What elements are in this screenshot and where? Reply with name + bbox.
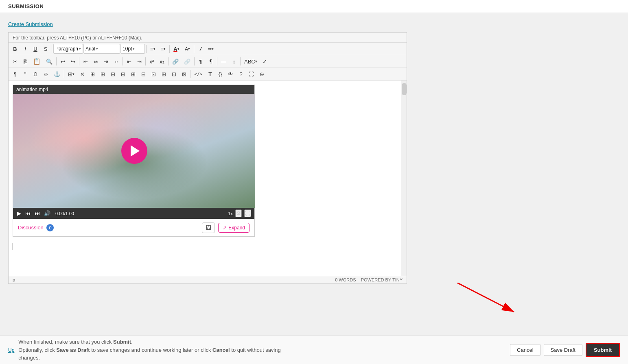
special-char-button[interactable]: Ω — [31, 69, 40, 79]
video-time: 0:00/1:00 — [55, 211, 74, 216]
col-after-button[interactable]: ⊞ — [98, 69, 107, 79]
breadcrumb-link[interactable]: Create Submission — [8, 21, 53, 27]
up-link[interactable]: Up — [8, 347, 14, 353]
font-dropdown[interactable]: Arial ▾ — [83, 44, 120, 54]
editor-scrollbar[interactable] — [401, 81, 407, 276]
show-blocks-button[interactable]: ¶ — [196, 57, 206, 66]
col-before-button[interactable]: ⊞ — [88, 69, 97, 79]
toolbar-row-1: B I U S Paragraph ▾ Arial ▾ 10pt ▾ — [9, 43, 407, 55]
blockquote-button[interactable]: " — [20, 69, 30, 79]
page-header: SUBMISSION — [0, 0, 628, 13]
find-button[interactable]: 🔍 — [44, 57, 55, 66]
row-below-button[interactable]: ⊞ — [128, 69, 138, 79]
video-embed: animation.mp4 ▶ ⏮ ⏭ 🔊 0:00/1:00 1x ⚙ ⛶ — [13, 85, 255, 237]
separator-1 — [52, 45, 52, 53]
discussion-expand-btn[interactable]: ↗ Expand — [218, 223, 249, 233]
link-button[interactable]: 🔗 — [170, 57, 181, 66]
discussion-count-badge: 0 — [46, 224, 54, 231]
maximize-button[interactable]: ⛶ — [246, 69, 256, 79]
editor-paragraph-tag: p — [13, 277, 15, 282]
video-play-ctrl[interactable]: ▶ — [16, 209, 22, 217]
row-above-button[interactable]: ⊞ — [118, 69, 128, 79]
editor-word-count: 0 WORDS — [335, 277, 356, 282]
align-center-button[interactable]: ⇍ — [91, 57, 101, 66]
hr-button[interactable]: — — [219, 57, 229, 66]
italic-button[interactable]: I — [20, 44, 30, 54]
del-cell-button[interactable]: ⊠ — [179, 69, 189, 79]
separator-9 — [168, 57, 168, 65]
video-forward-ctrl[interactable]: ⏭ — [34, 209, 41, 217]
emoji-button[interactable]: ☺ — [41, 69, 51, 79]
indent-right-button[interactable]: ⇥ — [134, 57, 144, 66]
cut-button[interactable]: ✂ — [10, 57, 20, 66]
bold-button[interactable]: B — [10, 44, 20, 54]
format-block-button[interactable]: T — [205, 69, 215, 79]
play-button[interactable] — [121, 138, 147, 164]
size-dropdown[interactable]: 10pt ▾ — [120, 44, 145, 54]
del-row-button[interactable]: ⊟ — [138, 69, 148, 79]
toolbar-row-2: ✂ ⎘ 📋 🔍 ↩ ↪ ⇤ ⇍ ⇥ ↔ ⇤ ⇥ x² x₂ 🔗 — [9, 55, 407, 68]
pagebreak-button[interactable]: ↕ — [229, 57, 239, 66]
discussion-link[interactable]: Discussion — [18, 225, 44, 231]
submit-button[interactable]: Submit — [586, 344, 619, 356]
undo-button[interactable]: ↩ — [58, 57, 68, 66]
scrollbar-thumb[interactable] — [402, 83, 407, 95]
separator-8 — [145, 57, 146, 65]
video-fullscreen-ctrl[interactable]: ⛶ — [244, 209, 251, 217]
instruction-mid: to save changes and continue working lat… — [90, 347, 212, 353]
redo-button[interactable]: ↪ — [68, 57, 78, 66]
unlink-button[interactable]: 🔗 — [182, 57, 193, 66]
separator-13 — [64, 70, 64, 78]
pilcrow-button[interactable]: ¶ — [10, 69, 20, 79]
copy-button[interactable]: ⎘ — [20, 57, 30, 66]
editor-container: For the toolbar, press ALT+F10 (PC) or A… — [8, 32, 407, 284]
subscript-button[interactable]: x₂ — [157, 57, 167, 66]
del-table-button[interactable]: ✕ — [77, 69, 87, 79]
video-filename: animation.mp4 — [13, 85, 254, 94]
superscript-button[interactable]: x² — [147, 57, 157, 66]
help-button[interactable]: ? — [236, 69, 246, 79]
clear-format-button[interactable]: 𝐼 — [195, 44, 205, 54]
text-cursor — [13, 243, 13, 250]
source-button[interactable]: </> — [192, 69, 205, 79]
unordered-list-button[interactable]: ≡▾ — [148, 44, 158, 54]
main-content: Create Submission For the toolbar, press… — [0, 13, 415, 292]
separator-7 — [123, 57, 123, 65]
indent-left-button[interactable]: ⇤ — [124, 57, 134, 66]
video-speed: 1x — [228, 211, 233, 216]
paragraph-dropdown[interactable]: Paragraph ▾ — [53, 44, 83, 54]
underline-button[interactable]: U — [31, 44, 40, 54]
ordered-list-button[interactable]: ≡▾ — [158, 44, 168, 54]
cell-split-h-button[interactable]: ⊞ — [159, 69, 168, 79]
highlight-button[interactable]: A ▾ — [182, 44, 193, 54]
discussion-image-btn[interactable]: 🖼 — [202, 222, 215, 233]
separator-4 — [194, 45, 194, 53]
align-right-button[interactable]: ⇥ — [101, 57, 111, 66]
separator-3 — [169, 45, 170, 53]
del-col-button[interactable]: ⊟ — [108, 69, 118, 79]
spell-button[interactable]: ABC▾ — [242, 57, 260, 66]
strikethrough-button[interactable]: S — [41, 44, 50, 54]
font-color-button[interactable]: A ▾ — [171, 44, 182, 54]
preview-button[interactable]: 👁 — [225, 69, 236, 79]
anchor-button[interactable]: ⚓ — [51, 69, 63, 79]
cell-split-v-button[interactable]: ⊡ — [169, 69, 179, 79]
add-button[interactable]: ⊕ — [257, 69, 267, 79]
editor-body[interactable]: animation.mp4 ▶ ⏮ ⏭ 🔊 0:00/1:00 1x ⚙ ⛶ — [9, 81, 401, 276]
cancel-button[interactable]: Cancel — [510, 344, 540, 356]
more-button[interactable]: ••• — [206, 44, 216, 54]
check-spelling-button[interactable]: ✓ — [260, 57, 270, 66]
instruction-save-bold: Save as Draft — [56, 347, 90, 353]
video-volume-ctrl[interactable]: 🔊 — [43, 209, 51, 217]
template-button[interactable]: {} — [215, 69, 225, 79]
video-settings-ctrl[interactable]: ⚙ — [235, 209, 242, 217]
save-draft-button[interactable]: Save Draft — [544, 344, 582, 356]
paste-button[interactable]: 📋 — [31, 57, 43, 66]
align-justify-button[interactable]: ↔ — [111, 57, 121, 66]
separator-12 — [240, 57, 241, 65]
table-button[interactable]: ⊞▾ — [66, 69, 77, 79]
cell-merge-button[interactable]: ⊡ — [149, 69, 158, 79]
show-chars-button[interactable]: ¶̈ — [206, 57, 216, 66]
align-left-button[interactable]: ⇤ — [81, 57, 90, 66]
video-rewind-ctrl[interactable]: ⏮ — [24, 209, 31, 217]
